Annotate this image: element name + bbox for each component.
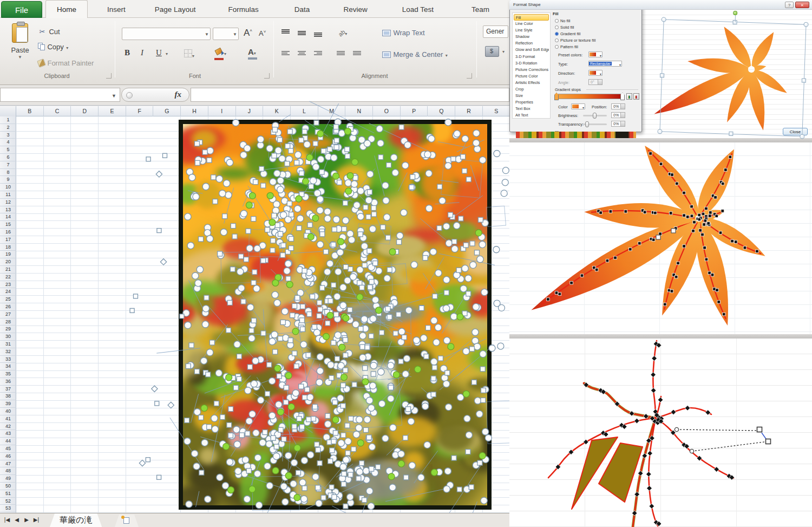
vein-edit-point[interactable] — [671, 173, 674, 177]
vein-edit-point[interactable] — [683, 214, 686, 217]
vein-edit-point[interactable] — [722, 313, 725, 316]
row-header-53[interactable]: 53 — [0, 505, 16, 512]
column-header-L[interactable]: L — [291, 106, 318, 116]
resize-handle[interactable] — [662, 17, 666, 22]
vein-edit-point[interactable] — [659, 162, 663, 166]
vein-edit-point[interactable] — [705, 207, 708, 210]
vein-edit-point[interactable] — [708, 214, 711, 218]
row-header-40[interactable]: 40 — [0, 408, 16, 415]
selected-edit-point[interactable] — [671, 229, 676, 233]
borders-button[interactable]: ▾ — [184, 49, 194, 60]
vein-edit-point[interactable] — [595, 268, 598, 271]
vein-edit-point[interactable] — [721, 210, 724, 213]
italic-button[interactable]: I — [141, 48, 143, 57]
vein-edit-point[interactable] — [647, 451, 653, 456]
prev-sheet-button[interactable]: ◀ — [12, 513, 22, 526]
vein-edit-point[interactable] — [658, 397, 663, 402]
vein-edit-point[interactable] — [711, 274, 714, 277]
row-header-42[interactable]: 42 — [0, 423, 16, 431]
align-center-button[interactable] — [298, 49, 306, 59]
vein-edit-point[interactable] — [724, 168, 728, 172]
column-header-H[interactable]: H — [181, 106, 208, 116]
vein-edit-point[interactable] — [683, 245, 686, 248]
font-name-combo[interactable]: ▼ — [122, 28, 211, 40]
chevron-down-icon[interactable]: ▾ — [502, 49, 505, 54]
cut-button[interactable]: ✂ Cut — [38, 27, 60, 36]
merge-center-button[interactable]: Merge & Center ▾ — [382, 49, 448, 59]
row-header-2[interactable]: 2 — [0, 124, 16, 132]
row-header-51[interactable]: 51 — [0, 490, 16, 498]
next-sheet-button[interactable]: ▶ — [22, 513, 31, 526]
row-header-20[interactable]: 20 — [0, 258, 16, 266]
vein-edit-point[interactable] — [731, 239, 734, 243]
row-header-12[interactable]: 12 — [0, 199, 16, 206]
vein-edit-point[interactable] — [570, 281, 573, 284]
row-header-46[interactable]: 46 — [0, 453, 16, 460]
row-header-8[interactable]: 8 — [0, 169, 16, 177]
vein-edit-point[interactable] — [716, 289, 719, 292]
vein-edit-point[interactable] — [652, 356, 657, 361]
ribbon-tab-insert[interactable]: Insert — [96, 1, 136, 18]
column-header-M[interactable]: M — [318, 106, 346, 116]
align-left-button[interactable] — [281, 49, 290, 59]
vein-edit-point[interactable] — [638, 242, 641, 245]
row-header-22[interactable]: 22 — [0, 274, 16, 281]
row-header-49[interactable]: 49 — [0, 475, 16, 483]
file-tab[interactable]: File — [1, 1, 42, 18]
column-header-R[interactable]: R — [455, 106, 483, 116]
copy-button[interactable]: Copy ▾ — [38, 42, 68, 51]
row-header-43[interactable]: 43 — [0, 430, 16, 438]
row-header-52[interactable]: 52 — [0, 498, 16, 505]
vein-edit-point[interactable] — [651, 388, 656, 393]
vein-edit-point[interactable] — [643, 414, 649, 419]
row-header-24[interactable]: 24 — [0, 288, 16, 296]
vein-edit-point[interactable] — [693, 220, 696, 224]
vein-edit-point[interactable] — [663, 303, 666, 306]
vein-edit-point[interactable] — [649, 504, 654, 509]
row-header-31[interactable]: 31 — [0, 341, 16, 348]
row-header-41[interactable]: 41 — [0, 415, 16, 423]
row-header-19[interactable]: 19 — [0, 251, 16, 258]
column-header-O[interactable]: O — [373, 106, 401, 116]
vein-edit-point[interactable] — [709, 211, 712, 214]
vein-edit-point[interactable] — [638, 471, 643, 476]
shrink-font-button[interactable]: A˅ — [259, 29, 266, 37]
sheet-tab-active[interactable]: 華厳の滝 — [50, 513, 102, 527]
vein-edit-point[interactable] — [646, 472, 651, 477]
vein-edit-point[interactable] — [632, 511, 637, 516]
vein-edit-point[interactable] — [699, 229, 702, 232]
decrease-indent-button[interactable] — [337, 49, 345, 59]
vein-edit-point[interactable] — [705, 410, 711, 415]
bezier-control-handle[interactable] — [766, 439, 771, 444]
row-header-1[interactable]: 1 — [0, 116, 16, 124]
shape-selection-box[interactable] — [659, 19, 806, 136]
row-header-32[interactable]: 32 — [0, 348, 16, 356]
row-header-13[interactable]: 13 — [0, 206, 16, 214]
vein-edit-point[interactable] — [683, 191, 686, 194]
row-header-48[interactable]: 48 — [0, 467, 16, 475]
vein-edit-point[interactable] — [634, 418, 640, 424]
vein-edit-point[interactable] — [609, 210, 612, 213]
row-header-39[interactable]: 39 — [0, 400, 16, 408]
column-header-K[interactable]: K — [263, 106, 291, 116]
row-header-14[interactable]: 14 — [0, 213, 16, 221]
vein-edit-point[interactable] — [675, 275, 678, 278]
vein-edit-point[interactable] — [698, 218, 701, 221]
row-header-50[interactable]: 50 — [0, 483, 16, 490]
column-header-I[interactable]: I — [208, 106, 236, 116]
row-header-38[interactable]: 38 — [0, 393, 16, 400]
orientation-button[interactable]: ab▾ — [338, 28, 347, 37]
vein-edit-point[interactable] — [580, 274, 584, 277]
resize-handle[interactable] — [729, 132, 733, 136]
wrap-text-button[interactable]: Wrap Text — [382, 28, 425, 37]
vein-edit-point[interactable] — [624, 210, 627, 213]
column-header-F[interactable]: F — [126, 106, 154, 116]
ribbon-tab-formulas[interactable]: Formulas — [218, 1, 270, 18]
vein-edit-point[interactable] — [652, 238, 655, 242]
vein-edit-point[interactable] — [702, 212, 705, 216]
artwork-frame[interactable]: 辰 — [179, 120, 492, 510]
row-header-28[interactable]: 28 — [0, 318, 16, 326]
number-format-combo[interactable]: Gener — [483, 25, 508, 38]
vein-edit-point[interactable] — [721, 182, 724, 185]
anchor-point[interactable] — [690, 449, 693, 453]
